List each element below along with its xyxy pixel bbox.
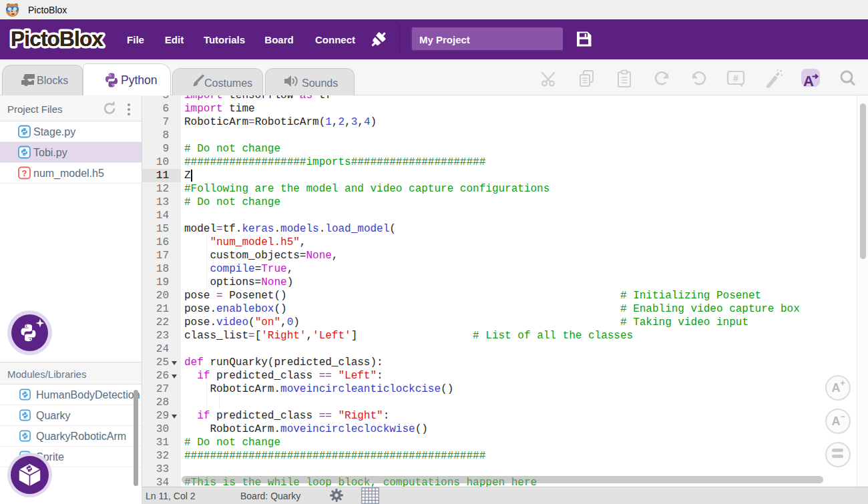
svg-text:−: − <box>840 412 845 421</box>
svg-text:A: A <box>803 73 814 88</box>
svg-text:A: A <box>832 381 841 395</box>
svg-text:?: ? <box>22 168 27 178</box>
svg-text:+: + <box>840 379 845 388</box>
svg-text:A: A <box>832 415 841 428</box>
svg-text:#: # <box>733 73 738 83</box>
